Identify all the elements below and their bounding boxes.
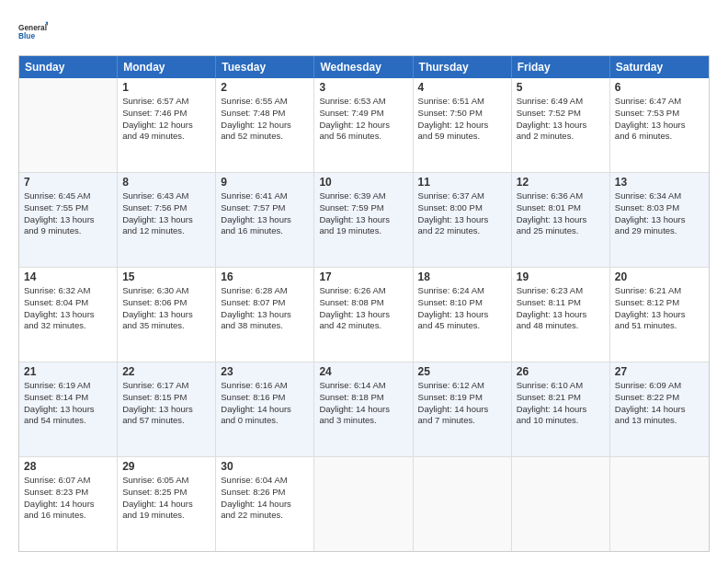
day-number: 13 xyxy=(615,176,704,189)
cell-line: Sunset: 8:19 PM xyxy=(418,392,506,404)
cell-line: Daylight: 12 hours xyxy=(418,120,506,132)
day-number: 15 xyxy=(122,270,210,283)
cell-line: and 9 minutes. xyxy=(24,225,112,237)
cell-line: and 22 minutes. xyxy=(221,510,309,522)
calendar-cell: 16Sunrise: 6:28 AMSunset: 8:07 PMDayligh… xyxy=(216,268,314,362)
calendar-cell: 24Sunrise: 6:14 AMSunset: 8:18 PMDayligh… xyxy=(314,362,413,456)
calendar-week: 28Sunrise: 6:07 AMSunset: 8:23 PMDayligh… xyxy=(19,457,709,551)
cell-line: Sunset: 7:56 PM xyxy=(122,202,210,214)
cell-line: Sunrise: 6:28 AM xyxy=(221,285,309,297)
cell-line: Daylight: 13 hours xyxy=(221,214,309,226)
cell-line: Sunrise: 6:10 AM xyxy=(517,380,605,392)
cell-line: Sunrise: 6:09 AM xyxy=(615,380,704,392)
day-number: 23 xyxy=(221,365,309,378)
cell-line: and 25 minutes. xyxy=(517,225,605,237)
calendar-week: 14Sunrise: 6:32 AMSunset: 8:04 PMDayligh… xyxy=(19,268,709,362)
day-number: 3 xyxy=(319,81,407,94)
calendar-cell: 3Sunrise: 6:53 AMSunset: 7:49 PMDaylight… xyxy=(314,78,413,172)
cell-line: and 16 minutes. xyxy=(221,225,309,237)
cell-line: Sunrise: 6:57 AM xyxy=(122,96,210,108)
cell-line: Sunset: 8:25 PM xyxy=(122,487,210,499)
day-number: 11 xyxy=(418,176,506,189)
cell-line: and 52 minutes. xyxy=(221,131,309,143)
calendar-cell xyxy=(610,457,709,551)
cell-line: Sunrise: 6:51 AM xyxy=(418,96,506,108)
cell-line: and 29 minutes. xyxy=(615,225,704,237)
calendar-day-header: Wednesday xyxy=(314,56,413,78)
calendar-day-header: Monday xyxy=(118,56,216,78)
calendar-cell: 25Sunrise: 6:12 AMSunset: 8:19 PMDayligh… xyxy=(414,362,512,456)
calendar-cell xyxy=(512,457,610,551)
cell-line: Sunrise: 6:21 AM xyxy=(615,285,704,297)
cell-line: and 12 minutes. xyxy=(122,225,210,237)
day-number: 6 xyxy=(615,81,704,94)
calendar-cell: 26Sunrise: 6:10 AMSunset: 8:21 PMDayligh… xyxy=(512,362,610,456)
cell-line: Daylight: 13 hours xyxy=(24,404,112,416)
calendar-cell: 4Sunrise: 6:51 AMSunset: 7:50 PMDaylight… xyxy=(414,78,512,172)
calendar-day-header: Saturday xyxy=(610,56,709,78)
cell-line: Daylight: 14 hours xyxy=(319,404,407,416)
cell-line: Sunrise: 6:19 AM xyxy=(24,380,112,392)
calendar-cell xyxy=(314,457,413,551)
calendar-cell: 6Sunrise: 6:47 AMSunset: 7:53 PMDaylight… xyxy=(610,78,709,172)
calendar-cell: 5Sunrise: 6:49 AMSunset: 7:52 PMDaylight… xyxy=(512,78,610,172)
day-number: 16 xyxy=(221,270,309,283)
cell-line: and 13 minutes. xyxy=(615,415,704,427)
cell-line: Sunset: 8:12 PM xyxy=(615,297,704,309)
day-number: 17 xyxy=(319,270,407,283)
cell-line: Sunrise: 6:14 AM xyxy=(319,380,407,392)
day-number: 26 xyxy=(517,365,605,378)
cell-line: Sunset: 7:55 PM xyxy=(24,202,112,214)
cell-line: Daylight: 13 hours xyxy=(24,214,112,226)
day-number: 19 xyxy=(517,270,605,283)
cell-line: and 6 minutes. xyxy=(615,131,704,143)
cell-line: Sunset: 8:08 PM xyxy=(319,297,407,309)
cell-line: Sunrise: 6:55 AM xyxy=(221,96,309,108)
cell-line: and 59 minutes. xyxy=(418,131,506,143)
cell-line: Daylight: 14 hours xyxy=(615,404,704,416)
cell-line: Daylight: 13 hours xyxy=(615,309,704,321)
calendar-cell: 10Sunrise: 6:39 AMSunset: 7:59 PMDayligh… xyxy=(314,173,413,267)
cell-line: Sunset: 8:22 PM xyxy=(615,392,704,404)
cell-line: Sunset: 8:07 PM xyxy=(221,297,309,309)
cell-line: and 2 minutes. xyxy=(517,131,605,143)
calendar-cell: 29Sunrise: 6:05 AMSunset: 8:25 PMDayligh… xyxy=(118,457,216,551)
cell-line: Sunset: 7:52 PM xyxy=(517,108,605,120)
cell-line: and 22 minutes. xyxy=(418,225,506,237)
calendar-week: 1Sunrise: 6:57 AMSunset: 7:46 PMDaylight… xyxy=(19,78,709,173)
cell-line: Sunrise: 6:05 AM xyxy=(122,475,210,487)
cell-line: and 19 minutes. xyxy=(319,225,407,237)
calendar-cell: 15Sunrise: 6:30 AMSunset: 8:06 PMDayligh… xyxy=(118,268,216,362)
cell-line: and 38 minutes. xyxy=(221,320,309,332)
cell-line: Sunrise: 6:23 AM xyxy=(517,285,605,297)
calendar-cell: 21Sunrise: 6:19 AMSunset: 8:14 PMDayligh… xyxy=(19,362,118,456)
cell-line: Sunset: 8:01 PM xyxy=(517,202,605,214)
day-number: 25 xyxy=(418,365,506,378)
day-number: 12 xyxy=(517,176,605,189)
cell-line: Sunset: 7:57 PM xyxy=(221,202,309,214)
day-number: 2 xyxy=(221,81,309,94)
calendar-cell: 28Sunrise: 6:07 AMSunset: 8:23 PMDayligh… xyxy=(19,457,118,551)
cell-line: Sunrise: 6:45 AM xyxy=(24,190,112,202)
cell-line: and 10 minutes. xyxy=(517,415,605,427)
cell-line: and 0 minutes. xyxy=(221,415,309,427)
cell-line: Daylight: 12 hours xyxy=(221,120,309,132)
day-number: 1 xyxy=(122,81,210,94)
cell-line: Sunset: 8:15 PM xyxy=(122,392,210,404)
calendar-body: 1Sunrise: 6:57 AMSunset: 7:46 PMDaylight… xyxy=(19,78,709,551)
day-number: 28 xyxy=(24,460,112,473)
day-number: 14 xyxy=(24,270,112,283)
cell-line: Daylight: 13 hours xyxy=(319,214,407,226)
calendar-cell: 7Sunrise: 6:45 AMSunset: 7:55 PMDaylight… xyxy=(19,173,118,267)
cell-line: Sunset: 7:59 PM xyxy=(319,202,407,214)
calendar-cell: 1Sunrise: 6:57 AMSunset: 7:46 PMDaylight… xyxy=(118,78,216,172)
cell-line: and 7 minutes. xyxy=(418,415,506,427)
cell-line: Sunset: 8:14 PM xyxy=(24,392,112,404)
cell-line: Sunrise: 6:37 AM xyxy=(418,190,506,202)
cell-line: and 57 minutes. xyxy=(122,415,210,427)
cell-line: Sunrise: 6:12 AM xyxy=(418,380,506,392)
calendar: SundayMondayTuesdayWednesdayThursdayFrid… xyxy=(18,55,710,552)
calendar-cell: 23Sunrise: 6:16 AMSunset: 8:16 PMDayligh… xyxy=(216,362,314,456)
cell-line: Sunrise: 6:53 AM xyxy=(319,96,407,108)
cell-line: Daylight: 13 hours xyxy=(418,309,506,321)
